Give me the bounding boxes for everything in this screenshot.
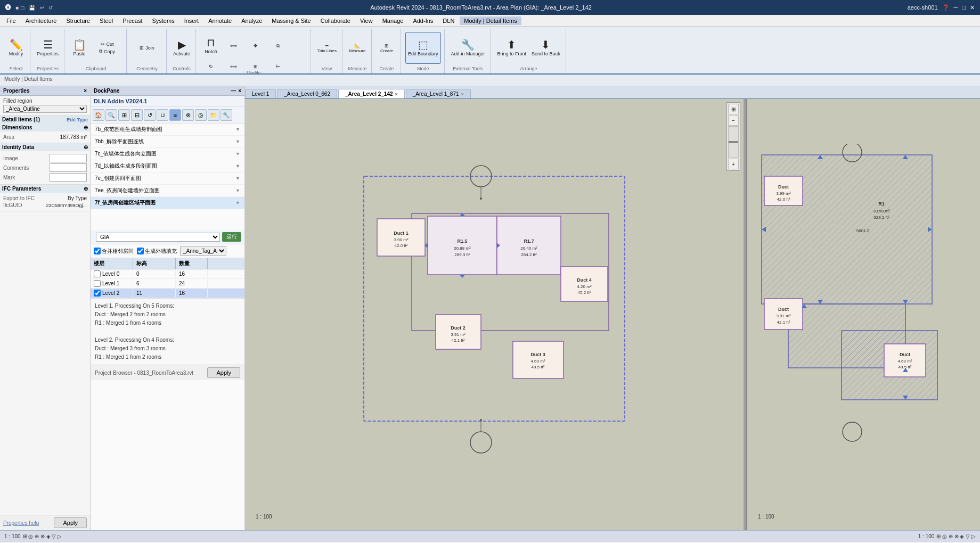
ribbon-btn-rotate[interactable]: ↻ bbox=[200, 63, 222, 70]
dock-pane-close-btn[interactable]: × bbox=[238, 88, 241, 94]
addin-btn-6[interactable]: ⊔ bbox=[157, 109, 168, 121]
anno-tag-select[interactable]: _Anno_Tag_A bbox=[180, 246, 226, 256]
merge-adjacent-checkbox[interactable] bbox=[94, 248, 101, 254]
ribbon-btn-copy[interactable]: ⧉Copy bbox=[91, 48, 123, 55]
menu-item-7d[interactable]: 7d_以轴线生成多段剖面图 ▼ bbox=[91, 160, 244, 172]
menu-insert[interactable]: Insert bbox=[180, 17, 203, 25]
menu-item-7e[interactable]: 7e_创建房间平面图 ▼ bbox=[91, 172, 244, 185]
menu-annotate[interactable]: Annotate bbox=[204, 17, 236, 25]
merge-adjacent-label[interactable]: 合并相邻房间 bbox=[94, 248, 134, 255]
menu-dln[interactable]: DLN bbox=[438, 17, 459, 25]
addin-btn-10[interactable]: 📁 bbox=[208, 109, 219, 121]
ribbon-btn-edit-boundary[interactable]: ⬚ Edit Boundary bbox=[405, 32, 441, 64]
addin-btn-1[interactable]: 🏠 bbox=[93, 109, 104, 121]
ribbon-btn-send-back[interactable]: ⬇ Send to Back bbox=[529, 32, 562, 64]
canvas-right[interactable]: R1 30.58 m² 329.2 ft² Duct 3.99 m² 42.0 … bbox=[746, 99, 980, 530]
menu-systems[interactable]: Systems bbox=[148, 17, 178, 25]
gia-run-btn[interactable]: 运行 bbox=[222, 232, 241, 242]
addin-btn-7[interactable]: ≡ bbox=[169, 109, 181, 121]
level1-checkbox[interactable] bbox=[94, 280, 101, 287]
zoom-out-btn[interactable]: − bbox=[728, 115, 739, 126]
addin-btn-2[interactable]: 🔍 bbox=[105, 109, 117, 121]
ribbon-btn-measure[interactable]: 📐 Measure bbox=[347, 42, 368, 54]
section-identity[interactable]: Identity Data ⊕ bbox=[0, 143, 90, 151]
gia-select[interactable]: GIA NIA bbox=[96, 233, 220, 242]
properties-help-link[interactable]: Properties help bbox=[3, 520, 39, 526]
subtype-selector[interactable]: _Area_Outline bbox=[3, 105, 87, 113]
maximize-btn[interactable]: □ bbox=[962, 4, 966, 11]
ribbon-btn-align[interactable]: ⟺ bbox=[223, 42, 244, 50]
ribbon-btn-notch[interactable]: ⊓ Notch bbox=[200, 30, 222, 62]
addin-btn-3[interactable]: ⊞ bbox=[118, 109, 130, 121]
section-dimensions[interactable]: Dimensions ⊕ bbox=[0, 124, 90, 131]
section-ifc[interactable]: IFC Parameters ⊕ bbox=[0, 185, 90, 193]
dock-apply-btn[interactable]: Apply bbox=[207, 367, 240, 378]
tab-area-level1[interactable]: _Area_Level 1_871 × bbox=[406, 89, 471, 98]
addin-btn-11[interactable]: 🔧 bbox=[220, 109, 232, 121]
ribbon-btn-create[interactable]: ⊞ Create bbox=[376, 42, 397, 54]
close-btn[interactable]: ✕ bbox=[970, 4, 975, 11]
canvas-left[interactable]: ⊞ − + R1.5 bbox=[245, 99, 744, 530]
gen-exterior-label[interactable]: 生成外墙填充 bbox=[137, 248, 177, 255]
table-row-level1[interactable]: Level 1 6 24 bbox=[91, 279, 244, 289]
ribbon-btn-copy2[interactable]: ⧉ bbox=[267, 42, 289, 50]
tab-area-level2[interactable]: _Area_Level 2_142 × bbox=[338, 89, 405, 99]
mark-input[interactable] bbox=[50, 173, 87, 182]
properties-close-btn[interactable]: × bbox=[84, 88, 87, 94]
menu-analyze[interactable]: Analyze bbox=[237, 17, 266, 25]
menu-item-7c[interactable]: 7c_依墙体生成各向立面图 ▼ bbox=[91, 148, 244, 160]
addin-btn-9[interactable]: ◎ bbox=[195, 109, 207, 121]
menu-architecture[interactable]: Architecture bbox=[21, 17, 61, 25]
level0-checkbox[interactable] bbox=[94, 270, 101, 277]
dock-pane-minimize-btn[interactable]: — bbox=[231, 88, 236, 94]
edit-type-btn[interactable]: Edit Type bbox=[67, 117, 88, 122]
zoom-fit-btn[interactable]: ⊞ bbox=[728, 104, 739, 114]
table-row-level0[interactable]: Level 0 0 16 bbox=[91, 269, 244, 279]
footer-project-browser[interactable]: Project Browser - 0813_RoomToArea3.rvt bbox=[95, 370, 193, 376]
menu-manage[interactable]: Manage bbox=[378, 17, 408, 25]
menu-massing[interactable]: Massing & Site bbox=[267, 17, 315, 25]
ribbon-btn-trim[interactable]: ⊢ bbox=[267, 63, 289, 70]
properties-apply-btn[interactable]: Apply bbox=[54, 517, 87, 528]
ribbon-btn-join[interactable]: ⊞Join bbox=[131, 45, 163, 51]
menu-addins[interactable]: Add-Ins bbox=[409, 17, 437, 25]
comments-input[interactable] bbox=[50, 163, 87, 172]
ribbon-btn-addin-manager[interactable]: 🔧 Add-in Manager bbox=[449, 32, 487, 64]
menu-item-7b[interactable]: 7b_依范围框生成墙身剖面图 ▼ bbox=[91, 124, 244, 136]
menu-structure[interactable]: Structure bbox=[62, 17, 94, 25]
tab-close-level2[interactable]: × bbox=[395, 92, 398, 97]
help-icon[interactable]: ❓ bbox=[942, 4, 950, 11]
tab-area-level0[interactable]: _Area_Level 0_662 bbox=[277, 89, 337, 98]
tab-level1[interactable]: Level 1 bbox=[245, 89, 276, 98]
menu-modify-detail[interactable]: Modify | Detail Items bbox=[460, 17, 521, 25]
image-input[interactable] bbox=[50, 154, 87, 162]
menu-file[interactable]: File bbox=[2, 17, 20, 25]
ribbon-btn-mirror[interactable]: ⟺ bbox=[223, 63, 244, 70]
menu-view[interactable]: View bbox=[356, 17, 377, 25]
ribbon-btn-cut[interactable]: ✂Cut bbox=[91, 41, 123, 47]
ribbon-btn-array[interactable]: ⊞ bbox=[245, 63, 266, 70]
ribbon-btn-properties[interactable]: ☰ Properties bbox=[35, 32, 61, 64]
ribbon-btn-paste[interactable]: 📋 Paste bbox=[69, 32, 90, 64]
menu-item-7f[interactable]: 7f_依房间创建区域平面图 ▼ bbox=[91, 197, 244, 209]
zoom-in-btn[interactable]: + bbox=[728, 159, 739, 169]
addin-btn-4[interactable]: ⊟ bbox=[131, 109, 143, 121]
menu-steel[interactable]: Steel bbox=[95, 17, 117, 25]
addin-btn-8[interactable]: ⊗ bbox=[182, 109, 194, 121]
addin-btn-5[interactable]: ↺ bbox=[144, 109, 156, 121]
menu-collaborate[interactable]: Collaborate bbox=[316, 17, 355, 25]
ribbon-btn-bring-front[interactable]: ⬆ Bring to Front bbox=[495, 32, 529, 64]
table-row-level2[interactable]: Level 2 11 16 bbox=[91, 289, 244, 298]
ribbon-btn-thin-lines[interactable]: ━ Thin Lines bbox=[315, 42, 339, 54]
gen-exterior-checkbox[interactable] bbox=[137, 248, 144, 254]
menu-item-7ee[interactable]: 7ee_依房间创建墙外立面图 ▼ bbox=[91, 185, 244, 197]
menu-precast[interactable]: Precast bbox=[118, 17, 146, 25]
minimize-btn[interactable]: ─ bbox=[954, 4, 958, 11]
ribbon-btn-modify[interactable]: ✏️ Modify bbox=[5, 32, 27, 64]
ribbon-btn-activate[interactable]: ▶ Activate bbox=[171, 32, 192, 64]
tab-close-level1[interactable]: × bbox=[461, 92, 464, 97]
ribbon-btn-move[interactable]: ✥ bbox=[245, 42, 266, 50]
level2-checkbox[interactable] bbox=[94, 290, 101, 297]
section-detail-items[interactable]: Detail Items (1) Edit Type bbox=[0, 116, 90, 124]
menu-item-7bb[interactable]: 7bb_解除平面图连线 ▼ bbox=[91, 136, 244, 148]
